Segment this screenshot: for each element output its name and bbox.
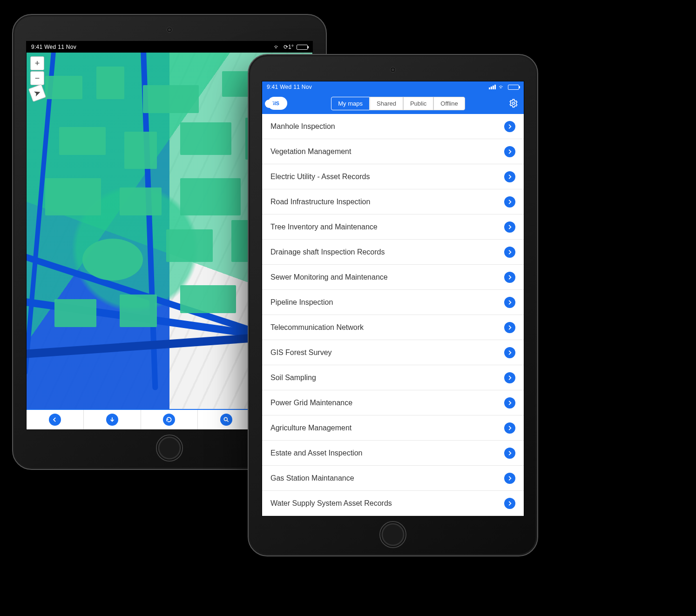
indicator-text: ⟳1° [284,44,294,50]
home-button[interactable] [156,435,183,462]
chevron-right-icon [504,171,515,182]
chevron-right-icon [504,272,515,283]
tab-my-maps[interactable]: My maps [331,97,370,110]
tab-public[interactable]: Public [403,97,433,110]
chevron-right-icon [504,247,515,258]
list-item-label: Electric Utility - Asset Records [270,173,370,181]
tab-offline[interactable]: Offline [433,97,465,110]
status-right: ᯤ ⟳1° [274,44,308,50]
undo-icon [49,414,61,426]
download-icon [106,414,118,426]
chevron-right-icon [504,221,515,233]
list-item[interactable]: Drainage shaft Inspection Records [262,240,524,265]
ipad-device-list: 9:41 Wed 11 Nov ᯤ GIS My maps Shared Pub… [248,54,538,556]
chevron-right-icon [504,372,515,383]
svg-point-1 [512,102,514,105]
list-item[interactable]: Gas Station Maintanance [262,466,524,491]
list-item-label: Sewer Monitoring and Maintenance [270,273,388,281]
list-item-label: Pipeline Inspection [270,298,333,307]
chevron-right-icon [504,397,515,408]
list-item[interactable]: Power Grid Maintenance [262,390,524,415]
chevron-right-icon [504,196,515,208]
list-item[interactable]: Vegetation Management [262,139,524,164]
undo-button[interactable] [27,410,84,429]
list-item-label: Drainage shaft Inspection Records [270,248,385,256]
list-item-label: Water Supply System Asset Records [270,499,392,508]
chevron-right-icon [504,347,515,358]
status-time: 9:41 Wed 11 Nov [267,84,312,90]
list-screen: 9:41 Wed 11 Nov ᯤ GIS My maps Shared Pub… [262,81,524,516]
refresh-icon [163,414,175,426]
list-item[interactable]: Estate and Asset Inspection [262,441,524,466]
chevron-right-icon [504,121,515,132]
list-item-label: Gas Station Maintanance [270,474,354,482]
list-item-label: Soil Sampling [270,374,316,382]
list-item-label: Vegetation Management [270,147,351,156]
chevron-right-icon [504,473,515,484]
list-item[interactable]: Agriculture Management [262,415,524,441]
signal-icon [489,85,496,89]
map-list[interactable]: Manhole InspectionVegetation ManagementE… [262,114,524,516]
chevron-right-icon [504,146,515,157]
list-item[interactable]: Manhole Inspection [262,114,524,139]
camera-dot [167,27,172,33]
list-item[interactable]: GIS Forest Survey [262,340,524,365]
status-right: ᯤ [489,84,519,90]
zoom-icon [220,414,232,426]
svg-point-0 [224,417,228,421]
brand-logo[interactable]: GIS [268,97,287,110]
zoom-in-button[interactable]: + [30,56,44,70]
chevron-right-icon [504,498,515,509]
map-zoom-controls: + − ➤ [30,56,44,100]
list-item-label: Tree Inventory and Maintenance [270,223,378,231]
wifi-icon: ᯤ [499,84,505,90]
chevron-right-icon [504,422,515,434]
list-item-label: GIS Forest Survey [270,348,332,357]
battery-icon [508,85,519,90]
camera-dot [390,67,396,73]
list-item[interactable]: Water Supply System Asset Records [262,491,524,516]
chevron-right-icon [504,297,515,308]
download-button[interactable] [84,410,141,429]
list-item[interactable]: Electric Utility - Asset Records [262,164,524,189]
list-item[interactable]: Pipeline Inspection [262,290,524,315]
list-item[interactable]: Telecommunication Network [262,315,524,340]
brand-text: GIS [270,100,279,106]
list-item-label: Road Infrastructure Inspection [270,198,370,206]
chevron-right-icon [504,448,515,459]
status-time: 9:41 Wed 11 Nov [31,44,76,50]
settings-button[interactable] [509,99,518,108]
locate-button[interactable]: ➤ [28,84,46,102]
list-item-label: Estate and Asset Inspection [270,449,362,457]
list-item-label: Manhole Inspection [270,122,335,131]
list-item[interactable]: Soil Sampling [262,365,524,390]
home-button[interactable] [379,521,406,548]
header-tabs: My maps Shared Public Offline [331,97,465,110]
refresh-button[interactable] [141,410,198,429]
battery-icon [297,45,308,50]
status-bar: 9:41 Wed 11 Nov ᯤ ⟳1° [27,41,312,53]
list-item-label: Telecommunication Network [270,323,364,332]
list-item[interactable]: Road Infrastructure Inspection [262,189,524,214]
status-bar: 9:41 Wed 11 Nov ᯤ [262,81,524,93]
list-item-label: Agriculture Management [270,424,351,432]
list-item-label: Power Grid Maintenance [270,399,352,407]
search-zoom-button[interactable] [198,410,255,429]
zoom-out-button[interactable]: − [30,71,44,85]
app-header: GIS My maps Shared Public Offline [262,93,524,114]
list-item[interactable]: Tree Inventory and Maintenance [262,214,524,240]
list-item[interactable]: Sewer Monitoring and Maintenance [262,265,524,290]
wifi-icon: ᯤ [274,44,280,50]
chevron-right-icon [504,322,515,333]
tab-shared[interactable]: Shared [370,97,403,110]
